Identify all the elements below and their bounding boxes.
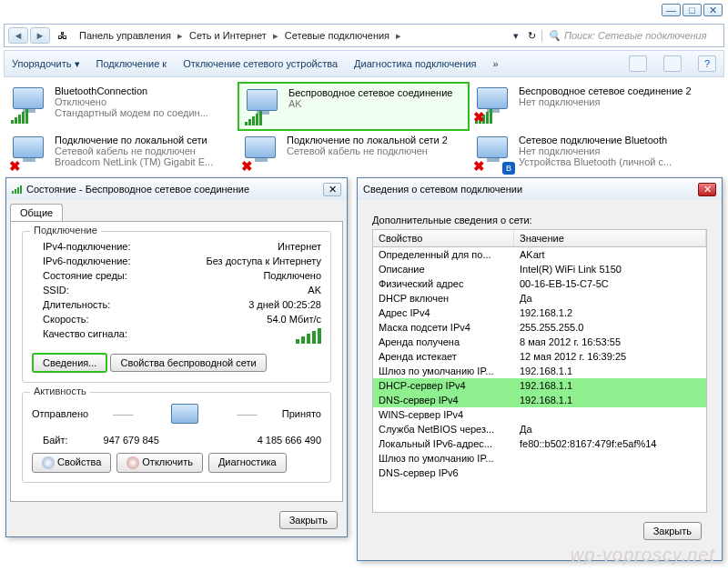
view-icon-1[interactable] bbox=[629, 55, 647, 72]
tab-general[interactable]: Общие bbox=[10, 204, 63, 221]
toolbar-connect[interactable]: Подключение к bbox=[96, 58, 167, 69]
conn-line3: Broadcom NetLink (TM) Gigabit E... bbox=[55, 156, 213, 167]
toolbar-organize[interactable]: Упорядочить ▾ bbox=[12, 58, 80, 70]
connection-icon bbox=[245, 87, 283, 125]
status-close-btn[interactable]: Закрыть bbox=[279, 511, 338, 529]
prop-cell: Аренда получена bbox=[373, 336, 514, 348]
bytes-recv: 4 185 666 490 bbox=[195, 435, 321, 446]
table-row[interactable]: ОписаниеIntel(R) WiFi Link 5150 bbox=[373, 262, 706, 276]
table-row[interactable]: Служба NetBIOS через...Да bbox=[373, 422, 706, 436]
status-close-button[interactable]: ✕ bbox=[323, 183, 341, 196]
group-connection-label: Подключение bbox=[30, 225, 101, 235]
connection-item[interactable]: ✖ B Сетевое подключение Bluetooth Нет по… bbox=[470, 131, 702, 176]
toolbar-diag[interactable]: Диагностика подключения bbox=[354, 58, 476, 69]
wireless-props-button[interactable]: Свойства беспроводной сети bbox=[110, 354, 266, 372]
nav-back-button[interactable]: ◄ bbox=[8, 27, 28, 44]
val-cell: 12 мая 2012 г. 16:39:25 bbox=[514, 350, 706, 363]
table-row[interactable]: Аренда истекает12 мая 2012 г. 16:39:25 bbox=[373, 349, 706, 364]
val-cell: 192.168.1.1 bbox=[514, 379, 706, 392]
nav-forward-button[interactable]: ► bbox=[30, 27, 50, 44]
refresh-button[interactable]: ↻ bbox=[521, 30, 541, 42]
toolbar: Упорядочить ▾ Подключение к Отключение с… bbox=[4, 50, 724, 77]
min-button[interactable]: — bbox=[662, 4, 681, 16]
close-button[interactable]: ✕ bbox=[703, 4, 723, 16]
details-titlebar[interactable]: Сведения о сетевом подключении ✕ bbox=[358, 178, 722, 200]
signal-bars bbox=[296, 328, 321, 344]
table-row[interactable]: Адрес IPv4192.168.1.2 bbox=[373, 306, 706, 320]
x-icon: ✖ bbox=[9, 158, 21, 175]
val-cell: fe80::b502:8167:479f:e5af%14 bbox=[514, 437, 706, 450]
connection-item[interactable]: Беспроводное сетевое соединение AK bbox=[238, 82, 470, 131]
val-cell: 192.168.1.1 bbox=[514, 394, 706, 406]
search-input[interactable]: 🔍 Поиск: Сетевые подключения bbox=[541, 30, 723, 42]
connection-item[interactable]: ✖ Подключение по локальной сети Сетевой … bbox=[5, 131, 238, 176]
signal-icon bbox=[12, 185, 22, 194]
table-row[interactable]: DNS-сервер IPv6 bbox=[373, 466, 706, 480]
toolbar-disable[interactable]: Отключение сетевого устройства bbox=[183, 58, 338, 69]
connection-item[interactable]: ✖ Подключение по локальной сети 2 Сетево… bbox=[238, 131, 470, 176]
table-row[interactable]: Определенный для по...AKart bbox=[373, 247, 706, 262]
table-row[interactable]: DNS-сервер IPv4192.168.1.1 bbox=[373, 393, 706, 407]
k-qual: Качество сигнала: bbox=[32, 328, 127, 344]
table-row[interactable]: Аренда получена8 мая 2012 г. 16:53:55 bbox=[373, 335, 706, 349]
table-row[interactable]: Локальный IPv6-адрес...fe80::b502:8167:4… bbox=[373, 436, 706, 451]
max-button[interactable]: □ bbox=[682, 4, 702, 16]
table-row[interactable]: WINS-сервер IPv4 bbox=[373, 407, 706, 422]
table-row[interactable]: DHCP включенДа bbox=[373, 291, 706, 306]
gear-icon bbox=[42, 456, 55, 469]
disable-icon bbox=[126, 456, 139, 469]
connection-item[interactable]: BluetoothConnection Отключено Стандартны… bbox=[5, 82, 238, 131]
conn-title: Подключение по локальной сети bbox=[55, 135, 213, 145]
k-ssid: SSID: bbox=[32, 285, 69, 296]
prop-cell: DHCP-сервер IPv4 bbox=[373, 379, 514, 392]
crumb-2[interactable]: Сетевые подключения bbox=[282, 30, 392, 41]
activity-icon bbox=[157, 404, 212, 424]
bluetooth-icon: B bbox=[502, 162, 515, 175]
val-cell: Да bbox=[514, 292, 706, 305]
details-close-btn[interactable]: Закрыть bbox=[643, 522, 702, 540]
table-row[interactable]: DHCP-сервер IPv4192.168.1.1 bbox=[373, 378, 706, 393]
details-button[interactable]: Сведения... bbox=[32, 353, 107, 373]
col-value[interactable]: Значение bbox=[514, 230, 706, 246]
crumb-1[interactable]: Сеть и Интернет bbox=[187, 30, 269, 41]
conn-line3: Стандартный модем по соедин... bbox=[55, 107, 208, 118]
details-title: Сведения о сетевом подключении bbox=[363, 184, 522, 195]
v-ipv6: Без доступа к Интернету bbox=[206, 255, 321, 266]
prop-cell: Аренда истекает bbox=[373, 350, 514, 363]
prop-cell: Адрес IPv4 bbox=[373, 306, 514, 319]
val-cell: 8 мая 2012 г. 16:53:55 bbox=[514, 336, 706, 348]
val-cell: 192.168.1.1 bbox=[514, 365, 706, 377]
conn-line2: Сетевой кабель не подключен bbox=[287, 145, 448, 156]
breadcrumb[interactable]: Панель управления▸ Сеть и Интернет▸ Сете… bbox=[71, 30, 511, 42]
prop-cell: Служба NetBIOS через... bbox=[373, 423, 514, 436]
table-header: Свойство Значение bbox=[373, 230, 706, 247]
crumb-0[interactable]: Панель управления bbox=[76, 30, 174, 41]
k-dur: Длительность: bbox=[32, 299, 110, 310]
details-close-button[interactable]: ✕ bbox=[698, 183, 716, 196]
dropdown-icon[interactable]: ▾ bbox=[511, 30, 521, 42]
table-row[interactable]: Шлюз по умолчанию IP...192.168.1.1 bbox=[373, 364, 706, 378]
sent-label: Отправлено bbox=[32, 408, 88, 419]
window-controls: — □ ✕ bbox=[662, 4, 723, 16]
help-icon[interactable]: ? bbox=[698, 55, 716, 72]
prop-cell: DHCP включен bbox=[373, 292, 514, 305]
properties-button[interactable]: Свойства bbox=[32, 453, 111, 473]
table-row[interactable]: Шлюз по умолчанию IP... bbox=[373, 451, 706, 466]
col-property[interactable]: Свойство bbox=[373, 230, 514, 246]
view-icon-2[interactable] bbox=[663, 55, 682, 72]
table-row[interactable]: Маска подсети IPv4255.255.255.0 bbox=[373, 320, 706, 335]
v-dur: 3 дней 00:25:28 bbox=[248, 299, 321, 310]
connection-item[interactable]: ✖ Беспроводное сетевое соединение 2 Нет … bbox=[470, 82, 702, 131]
val-cell bbox=[514, 452, 706, 465]
prop-cell: Определенный для по... bbox=[373, 248, 514, 261]
status-titlebar[interactable]: Состояние - Беспроводное сетевое соедине… bbox=[6, 178, 347, 200]
disable-button[interactable]: Отключить bbox=[116, 453, 203, 473]
toolbar-more[interactable]: » bbox=[493, 58, 499, 69]
v-ipv4: Интернет bbox=[278, 241, 321, 252]
k-ipv4: IPv4-подключение: bbox=[32, 241, 131, 252]
table-row[interactable]: Физический адрес00-16-EB-15-C7-5C bbox=[373, 276, 706, 291]
prop-cell: Локальный IPv6-адрес... bbox=[373, 437, 514, 450]
prop-cell: Шлюз по умолчанию IP... bbox=[373, 452, 514, 465]
diagnose-button[interactable]: Диагностика bbox=[208, 453, 287, 473]
connection-icon bbox=[11, 85, 49, 124]
